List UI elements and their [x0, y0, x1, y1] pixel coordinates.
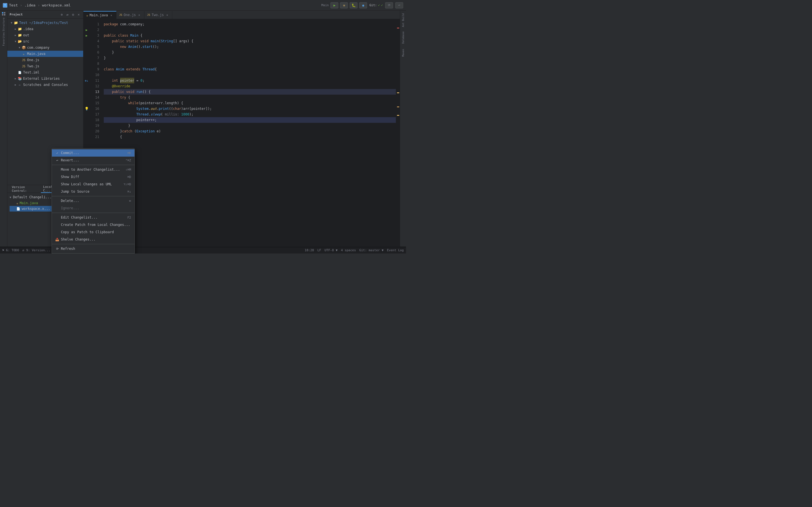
tab-label-two: Two.js: [152, 13, 164, 17]
title-bar-center: Main ▶ ⚒ 🐛 ◉: [321, 2, 367, 8]
structure-tool-btn[interactable]: Structure: [1, 17, 7, 32]
add-button[interactable]: ⊕: [59, 12, 64, 17]
tab-close-one[interactable]: ×: [137, 13, 141, 17]
ln-21: 21: [90, 134, 99, 140]
gutter-11: [84, 66, 90, 72]
folder-icon-src: 📂: [17, 39, 22, 44]
menu-label-revert: Revert...: [61, 158, 124, 162]
tree-label-test: Test ~/IdeaProjects/Test: [19, 21, 68, 25]
menu-label-commit: Commit...: [61, 151, 126, 155]
title-bar: T Test › .idea › workspace.xml Main ▶ ⚒ …: [0, 0, 406, 11]
menu-item-delete[interactable]: Delete... ⌦: [52, 197, 135, 205]
project-tool-btn[interactable]: [1, 11, 7, 17]
tree-item-test-root[interactable]: ▼ 📁 Test ~/IdeaProjects/Test: [7, 20, 83, 26]
tree-item-scratches[interactable]: ▶ ✏️ Scratches and Consoles: [7, 82, 83, 88]
status-left: ⚑ 6: TODO ⇄ 9: Version...: [2, 248, 301, 252]
tree-item-out[interactable]: ▶ 📁 out: [7, 32, 83, 38]
gutter-9: [84, 55, 90, 61]
sync-button[interactable]: ⇄: [65, 12, 70, 17]
ln-18: 18: [90, 117, 99, 123]
database-btn[interactable]: Database: [400, 30, 406, 45]
tab-one-js[interactable]: JS One.js ×: [116, 11, 144, 19]
settings-button[interactable]: ⚙: [71, 12, 75, 17]
menu-sep-5: [52, 253, 135, 253]
menu-item-ignore[interactable]: Ignore...: [52, 205, 135, 212]
ln-9: 9: [90, 66, 99, 72]
tab-close-main[interactable]: ×: [109, 13, 113, 17]
tab-two-js[interactable]: JS Two.js ×: [144, 11, 172, 19]
status-right: 18:28 LF UTF-8 ▼ 4 spaces Git: master ▼ …: [305, 248, 404, 252]
revert-button[interactable]: ↩: [395, 2, 403, 8]
lf-status[interactable]: LF: [317, 248, 321, 252]
menu-item-show-diff[interactable]: Show Diff ⌘D: [52, 173, 135, 180]
tree-item-two-js[interactable]: JS Two.js: [7, 63, 83, 69]
tree-item-test-iml[interactable]: 📄 Test.iml: [7, 69, 83, 75]
menu-item-refresh[interactable]: ⟳ Refresh: [52, 245, 135, 252]
tree-arrow-scratches: ▶: [13, 83, 17, 87]
ant-build-btn[interactable]: Ant Build: [400, 12, 406, 29]
tree-item-src[interactable]: ▼ 📂 src: [7, 38, 83, 45]
menu-item-create-patch[interactable]: Create Patch from Local Changes...: [52, 221, 135, 228]
tree-label-iml: Test.iml: [23, 70, 40, 74]
tab-close-two[interactable]: ×: [165, 13, 169, 17]
history-button[interactable]: ⟳: [385, 2, 393, 8]
build-button[interactable]: ⚒: [340, 2, 348, 8]
menu-shortcut-delete: ⌦: [129, 199, 131, 203]
encoding-status[interactable]: UTF-8 ▼: [324, 248, 338, 252]
svg-rect-5: [4, 14, 5, 15]
menu-item-shelve[interactable]: 📥 Shelve Changes...: [52, 236, 135, 243]
sidebar-actions: ⊕ ⇄ ⚙ ×: [59, 12, 81, 17]
tree-item-com-company[interactable]: ▼ 📦 com.company: [7, 45, 83, 51]
tab-label-one: One.js: [124, 13, 136, 17]
menu-shortcut-move: ⇧⌘M: [125, 168, 131, 172]
folder-icon-out: 📁: [17, 33, 22, 38]
tree-arrow-src: ▼: [13, 40, 17, 43]
code-area[interactable]: package com.company; public class Main {…: [101, 19, 396, 240]
event-log-status[interactable]: Event Log: [387, 248, 404, 252]
menu-item-commit[interactable]: ✓ Commit... ⌘K: [52, 149, 135, 157]
code-line-10: [104, 72, 396, 78]
spaces-status[interactable]: 4 spaces: [341, 248, 356, 252]
menu-check-commit: ✓: [55, 151, 59, 155]
run-button[interactable]: ▶: [331, 2, 338, 8]
tab-main-java[interactable]: ☕ Main.java ×: [84, 11, 116, 19]
time-status: 18:28: [305, 248, 314, 252]
ln-7: 7: [90, 55, 99, 61]
todo-status[interactable]: ⚑ 6: TODO: [2, 248, 19, 252]
gutter-18-bulb[interactable]: 💡: [84, 106, 90, 112]
tree-item-main-java[interactable]: ☕ Main.java: [7, 51, 83, 57]
tree-label-src: src: [23, 40, 29, 43]
tree-label-scratches: Scratches and Consoles: [23, 83, 68, 87]
menu-shortcut-revert: ⌃⌘Z: [125, 159, 131, 162]
warning-marker2: [397, 107, 399, 107]
coverage-button[interactable]: ◉: [359, 2, 367, 8]
git-status-bar[interactable]: Git: master ▼: [359, 248, 384, 252]
tree-item-ext-libs[interactable]: ▶ 📚 External Libraries: [7, 75, 83, 82]
vc-expand-arrow: ▼: [10, 196, 11, 199]
menu-item-jump-source[interactable]: Jump to Source ⌘↓: [52, 188, 135, 195]
folder-icon-idea: 📁: [17, 27, 22, 31]
code-line-4: public static void main(String[] args) {: [104, 38, 396, 44]
menu-item-copy-patch[interactable]: Copy as Patch to Clipboard: [52, 228, 135, 236]
close-sidebar-button[interactable]: ×: [77, 12, 81, 17]
tree-label-idea: .idea: [23, 27, 33, 31]
code-line-7: }: [104, 55, 396, 61]
menu-item-show-uml[interactable]: Show Local Changes as UML ⌥⇧⌘D: [52, 180, 135, 188]
sidebar-header: Project ⊕ ⇄ ⚙ ×: [7, 11, 83, 18]
menu-item-move-changelist[interactable]: Move to Another Changelist... ⇧⌘M: [52, 166, 135, 173]
menu-item-revert[interactable]: ↩ Revert... ⌃⌘Z: [52, 157, 135, 164]
debug-button[interactable]: 🐛: [350, 2, 357, 8]
menu-label-refresh: Refresh: [61, 247, 131, 251]
gutter-4-run[interactable]: ▶: [84, 27, 90, 33]
favorites-tool-btn[interactable]: Favorites: [1, 32, 7, 46]
menu-item-edit-changelist[interactable]: Edit Changelist... F2: [52, 214, 135, 221]
maven-btn[interactable]: Maven: [400, 47, 406, 59]
version-status[interactable]: ⇄ 9: Version...: [22, 248, 50, 252]
menu-shortcut-commit: ⌘K: [128, 151, 131, 155]
code-line-1: package com.company;: [104, 21, 396, 27]
package-icon: 📦: [21, 45, 26, 50]
tree-item-idea[interactable]: ▶ 📁 .idea: [7, 26, 83, 32]
tree-item-one-js[interactable]: JS One.js: [7, 57, 83, 63]
gutter-5-run[interactable]: ▶: [84, 33, 90, 38]
menu-label-uml: Show Local Changes as UML: [61, 182, 122, 186]
